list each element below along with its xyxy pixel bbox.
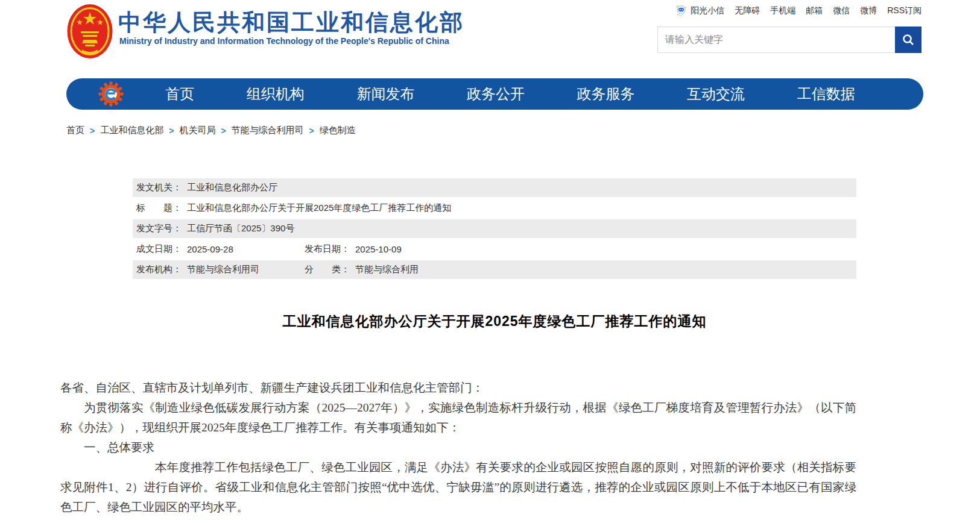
document-meta-table: 发文机关： 工业和信息化部办公厅 标 题： 工业和信息化部办公厅关于开展2025…: [133, 178, 856, 281]
meta-value: 节能与综合利用: [355, 264, 419, 275]
breadcrumb-departments[interactable]: 机关司局: [179, 125, 215, 136]
meta-label: 发布机构：: [136, 264, 182, 275]
meta-label: 发文机关：: [136, 182, 182, 193]
nav-item-home[interactable]: 首页: [165, 84, 194, 104]
meta-row-title: 标 题： 工业和信息化部办公厅关于开展2025年度绿色工厂推荐工作的通知: [133, 199, 856, 218]
chevron-right-separator: >: [309, 126, 314, 136]
quick-link-sunshine-assistant[interactable]: 阳光小信: [691, 5, 724, 16]
search-icon: [901, 33, 915, 47]
quick-link-mail[interactable]: 邮箱: [806, 5, 823, 16]
meta-label: 分 类：: [305, 264, 350, 275]
breadcrumb-home[interactable]: 首页: [66, 125, 84, 136]
masthead: 中华人民共和国工业和信息化部 Ministry of Industry and …: [0, 0, 980, 66]
chevron-right-separator: >: [221, 126, 226, 136]
national-emblem-logo: [66, 4, 113, 59]
quick-link-accessibility[interactable]: 无障碍: [735, 5, 760, 16]
breadcrumb-green-manufacturing[interactable]: 绿色制造: [320, 125, 356, 136]
assistant-robot-icon[interactable]: [675, 4, 688, 17]
quick-link-rss[interactable]: RSS订阅: [887, 5, 922, 16]
meta-label: 成文日期：: [136, 243, 182, 255]
meta-row-dates: 成文日期： 2025-09-28 发布日期： 2025-10-09: [133, 240, 856, 258]
breadcrumb: 首页 > 工业和信息化部 > 机关司局 > 节能与综合利用司 > 绿色制造: [66, 125, 356, 136]
nav-item-interaction[interactable]: 互动交流: [687, 84, 745, 104]
meta-value: 2025-10-09: [355, 244, 402, 254]
meta-value: 2025-09-28: [187, 244, 233, 254]
nav-items: 首页 组织机构 新闻发布 政务公开 政务服务 互动交流 工信数据: [124, 84, 923, 104]
article-paragraph-requirements: 本年度推荐工作包括绿色工厂、绿色工业园区，满足《办法》有关要求的企业或园区按照自…: [60, 457, 856, 517]
meta-value: 工信厅节函〔2025〕390号: [187, 223, 294, 234]
miit-gear-logo-icon: [98, 81, 124, 107]
meta-label: 发文字号：: [136, 223, 182, 234]
quick-link-weibo[interactable]: 微博: [860, 5, 877, 16]
quick-links: 阳光小信 无障碍 手机端 邮箱 微信 微博 RSS订阅: [675, 4, 922, 17]
article-body: 各省、自治区、直辖市及计划单列市、新疆生产建设兵团工业和信息化主管部门： 为贯彻…: [60, 378, 856, 517]
nav-item-miit-data[interactable]: 工信数据: [797, 84, 855, 104]
site-title: 中华人民共和国工业和信息化部: [118, 7, 464, 38]
chevron-right-separator: >: [90, 126, 95, 136]
article-title: 工业和信息化部办公厅关于开展2025年度绿色工厂推荐工作的通知: [133, 312, 856, 331]
search-input[interactable]: [658, 27, 895, 52]
meta-value: 工业和信息化部办公厅: [187, 182, 277, 193]
article-paragraph-salutation: 各省、自治区、直辖市及计划单列市、新疆生产建设兵团工业和信息化主管部门：: [60, 378, 856, 398]
nav-item-organization[interactable]: 组织机构: [247, 84, 305, 104]
article-paragraph-intro: 为贯彻落实《制造业绿色低碳发展行动方案（2025—2027年）》，实施绿色制造标…: [60, 398, 856, 437]
breadcrumb-miit[interactable]: 工业和信息化部: [100, 125, 163, 136]
meta-row-issuing-agency: 发文机关： 工业和信息化部办公厅: [133, 178, 856, 197]
meta-value: 工业和信息化部办公厅关于开展2025年度绿色工厂推荐工作的通知: [187, 202, 451, 214]
quick-link-mobile[interactable]: 手机端: [770, 5, 795, 16]
meta-label: 标 题：: [136, 202, 182, 214]
nav-item-gov-affairs-open[interactable]: 政务公开: [467, 84, 525, 104]
nav-item-gov-services[interactable]: 政务服务: [577, 84, 635, 104]
meta-row-doc-number: 发文字号： 工信厅节函〔2025〕390号: [133, 219, 856, 238]
search-button[interactable]: [895, 27, 922, 53]
site-subtitle: Ministry of Industry and Information Tec…: [119, 36, 449, 46]
meta-value: 节能与综合利用司: [187, 264, 259, 275]
quick-link-wechat[interactable]: 微信: [833, 5, 850, 16]
meta-row-publisher-category: 发布机构： 节能与综合利用司 分 类： 节能与综合利用: [133, 260, 856, 279]
nav-item-news[interactable]: 新闻发布: [356, 84, 414, 104]
chevron-right-separator: >: [169, 126, 174, 136]
breadcrumb-energy-dept[interactable]: 节能与综合利用司: [232, 125, 304, 136]
article-section-heading-1: 一、总体要求: [60, 437, 856, 457]
meta-label: 发布日期：: [305, 243, 350, 255]
main-navbar: 首页 组织机构 新闻发布 政务公开 政务服务 互动交流 工信数据: [66, 78, 923, 110]
search-box: [657, 27, 922, 53]
